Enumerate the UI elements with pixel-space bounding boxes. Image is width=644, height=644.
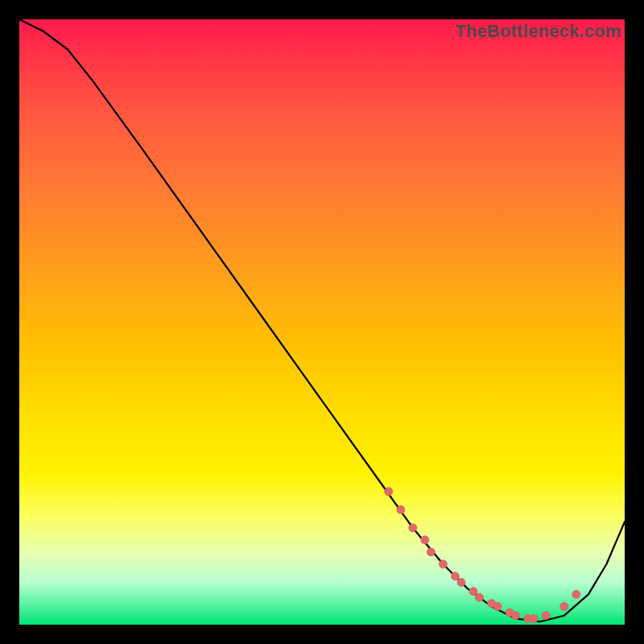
marker-dot (457, 578, 465, 586)
bottleneck-curve (19, 19, 625, 621)
marker-dot (572, 590, 580, 598)
marker-dot (542, 612, 550, 620)
marker-dot (560, 602, 568, 610)
marker-dots (385, 488, 580, 623)
chart-frame: TheBottleneck.com (19, 19, 625, 625)
marker-dot (421, 536, 429, 544)
marker-dot (476, 593, 484, 601)
marker-dot (469, 588, 477, 596)
marker-dot (512, 612, 520, 620)
marker-dot (409, 524, 417, 532)
marker-dot (427, 548, 435, 556)
marker-dot (493, 602, 502, 610)
chart-svg (19, 19, 625, 625)
marker-dot (451, 572, 459, 580)
marker-dot (530, 615, 538, 623)
marker-dot (439, 560, 447, 568)
marker-dot (385, 488, 393, 496)
marker-dot (397, 506, 405, 514)
